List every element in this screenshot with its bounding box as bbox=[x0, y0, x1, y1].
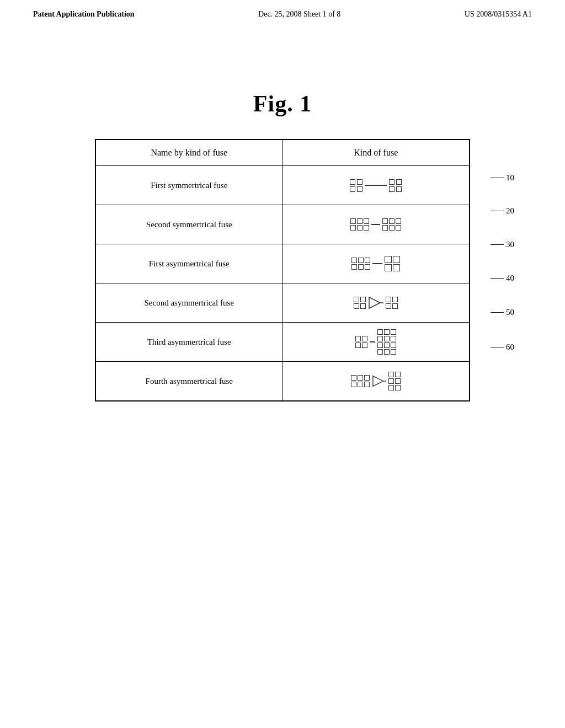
ref-label-10: 10 bbox=[506, 173, 514, 183]
sq bbox=[389, 179, 395, 185]
wire bbox=[365, 185, 387, 186]
sq bbox=[351, 264, 357, 270]
fuse-table-container: Name by kind of fuse Kind of fuse First … bbox=[95, 139, 470, 402]
fuse-diagram-6 bbox=[282, 362, 470, 402]
sq bbox=[386, 297, 391, 302]
sq bbox=[391, 349, 396, 355]
sq bbox=[358, 382, 363, 387]
sq bbox=[357, 218, 363, 224]
table-row: Fourth asymmertrical fuse bbox=[95, 362, 470, 402]
sq bbox=[358, 375, 363, 381]
sq bbox=[350, 218, 356, 224]
header-left: Patent Application Publication bbox=[33, 10, 135, 19]
table-row: First symmertrical fuse bbox=[95, 166, 470, 205]
sq bbox=[391, 342, 396, 348]
fuse-diagram-3 bbox=[282, 244, 470, 283]
ref-20: 20 bbox=[491, 206, 514, 216]
sq bbox=[377, 349, 383, 355]
ref-line bbox=[491, 347, 504, 348]
right-group bbox=[377, 329, 396, 355]
ref-line bbox=[491, 278, 504, 279]
col1-header: Name by kind of fuse bbox=[95, 140, 282, 166]
fuse-name-3: First asymmertrical fuse bbox=[95, 244, 282, 283]
sq bbox=[358, 264, 364, 270]
sq bbox=[351, 375, 356, 381]
left-group bbox=[351, 258, 370, 270]
fuse-diagram-5 bbox=[282, 323, 470, 362]
sq bbox=[364, 218, 369, 224]
arrow-icon bbox=[372, 374, 386, 388]
fuse-symbol-5 bbox=[289, 328, 464, 356]
fuse-diagram-4 bbox=[282, 283, 470, 323]
fuse-name-2: Second symmertrical fuse bbox=[95, 205, 282, 244]
sq bbox=[364, 225, 369, 231]
ref-line bbox=[491, 312, 504, 313]
sq bbox=[396, 218, 401, 224]
svg-marker-2 bbox=[373, 376, 383, 387]
table-row: Second symmertrical fuse bbox=[95, 205, 470, 244]
ref-line bbox=[491, 178, 504, 179]
right-group bbox=[388, 372, 401, 390]
sq bbox=[384, 329, 390, 335]
ref-label-20: 20 bbox=[506, 206, 514, 216]
fuse-diagram-2 bbox=[282, 205, 470, 244]
right-group bbox=[389, 179, 402, 192]
header-center: Dec. 25, 2008 Sheet 1 of 8 bbox=[258, 10, 340, 19]
table-header-row: Name by kind of fuse Kind of fuse bbox=[95, 140, 470, 166]
ref-50: 50 bbox=[491, 308, 514, 317]
sq bbox=[365, 264, 370, 270]
sq bbox=[351, 258, 357, 263]
left-group bbox=[355, 336, 367, 348]
sq bbox=[388, 372, 394, 377]
left-group bbox=[350, 179, 363, 192]
sq bbox=[388, 385, 394, 390]
right-group bbox=[382, 218, 401, 231]
sq bbox=[358, 258, 364, 263]
sq bbox=[360, 303, 366, 309]
ref-label-60: 60 bbox=[506, 342, 514, 352]
fuse-name-6: Fourth asymmertrical fuse bbox=[95, 362, 282, 402]
sq bbox=[360, 297, 366, 302]
sq bbox=[355, 336, 361, 341]
sq bbox=[382, 225, 388, 231]
sq bbox=[354, 303, 359, 309]
sq bbox=[350, 186, 355, 192]
sq bbox=[355, 342, 361, 348]
header-right: US 2008/0315354 A1 bbox=[465, 10, 532, 19]
sq bbox=[384, 336, 390, 341]
fuse-symbol-1 bbox=[289, 172, 464, 199]
ref-line bbox=[491, 244, 504, 245]
fuse-symbol-2 bbox=[289, 211, 464, 238]
fuse-diagram-1 bbox=[282, 166, 470, 205]
sq bbox=[385, 264, 392, 271]
table-row: First asymmertrical fuse bbox=[95, 244, 470, 283]
table-row: Second asymmertrical fuse bbox=[95, 283, 470, 323]
ref-label-40: 40 bbox=[506, 274, 514, 283]
fuse-name-5: Third asymmertrical fuse bbox=[95, 323, 282, 362]
sq bbox=[389, 186, 395, 192]
fuse-symbol-6 bbox=[289, 367, 464, 395]
figure-title: Fig. 1 bbox=[0, 90, 565, 117]
sq bbox=[357, 225, 363, 231]
wire bbox=[371, 224, 380, 225]
sq bbox=[377, 342, 383, 348]
sq bbox=[357, 186, 363, 192]
sq bbox=[386, 303, 391, 309]
svg-marker-0 bbox=[369, 297, 380, 308]
ref-60: 60 bbox=[491, 342, 514, 352]
sq bbox=[391, 336, 396, 341]
sq bbox=[391, 329, 396, 335]
sq bbox=[395, 385, 401, 390]
sq bbox=[365, 258, 370, 263]
ref-10: 10 bbox=[491, 173, 514, 183]
right-group bbox=[385, 256, 400, 271]
sq bbox=[350, 225, 356, 231]
ref-label-30: 30 bbox=[506, 240, 514, 249]
sq bbox=[396, 225, 401, 231]
left-group bbox=[350, 218, 369, 231]
right-group bbox=[386, 297, 398, 309]
sq bbox=[393, 256, 400, 263]
table-row: Third asymmertrical fuse bbox=[95, 323, 470, 362]
ref-line bbox=[491, 211, 504, 212]
sq bbox=[385, 256, 392, 263]
